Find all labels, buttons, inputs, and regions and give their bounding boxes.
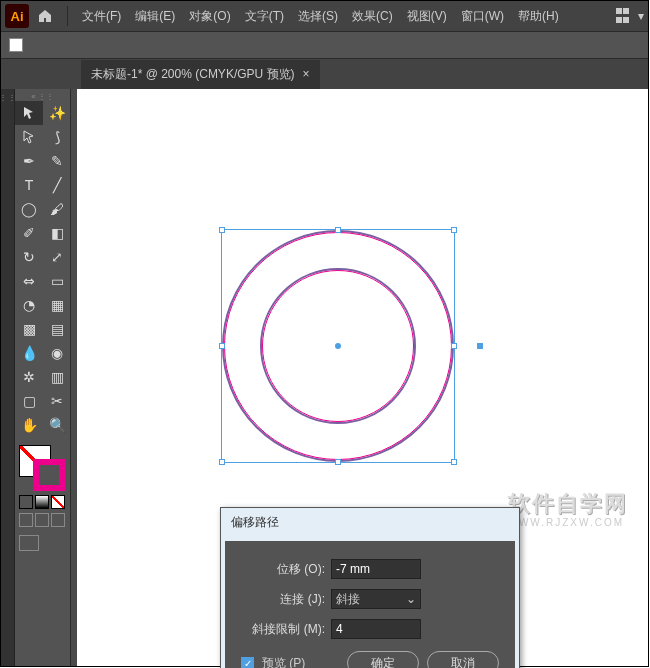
menu-select[interactable]: 选择(S): [292, 4, 344, 29]
draw-behind-icon[interactable]: [35, 513, 49, 527]
draw-inside-icon[interactable]: [51, 513, 65, 527]
gradient-swatch[interactable]: [35, 495, 49, 509]
free-transform-tool-icon[interactable]: ▭: [43, 269, 71, 293]
watermark-text: 软件自学网: [508, 489, 628, 519]
slice-tool-icon[interactable]: ✂: [43, 389, 71, 413]
symbol-sprayer-tool-icon[interactable]: ✲: [15, 365, 43, 389]
resize-handle[interactable]: [451, 227, 457, 233]
toolbox-handle-icon[interactable]: « ⋮⋮: [15, 91, 70, 101]
type-tool-icon[interactable]: T: [15, 173, 43, 197]
eraser-tool-icon[interactable]: ◧: [43, 221, 71, 245]
color-swatch[interactable]: [19, 495, 33, 509]
selection-bounds: [221, 229, 455, 463]
join-label: 连接 (J):: [241, 591, 325, 608]
column-graph-tool-icon[interactable]: ▥: [43, 365, 71, 389]
offset-input[interactable]: [331, 559, 421, 579]
resize-handle[interactable]: [219, 459, 225, 465]
shape-builder-tool-icon[interactable]: ◔: [15, 293, 43, 317]
workspace-switcher-icon[interactable]: [614, 6, 634, 26]
control-bar: [1, 31, 648, 59]
document-tabbar: 未标题-1* @ 200% (CMYK/GPU 预览) ×: [1, 59, 648, 89]
preview-label: 预览 (P): [262, 655, 305, 669]
menubar: Ai 文件(F) 编辑(E) 对象(O) 文字(T) 选择(S) 效果(C) 视…: [1, 1, 648, 31]
line-tool-icon[interactable]: ╱: [43, 173, 71, 197]
gradient-tool-icon[interactable]: ▤: [43, 317, 71, 341]
eyedropper-tool-icon[interactable]: 💧: [15, 341, 43, 365]
selection-tool-icon[interactable]: [15, 101, 43, 125]
chevron-down-icon[interactable]: ▾: [638, 9, 644, 23]
center-point-icon: [335, 343, 341, 349]
resize-handle[interactable]: [335, 227, 341, 233]
miter-label: 斜接限制 (M):: [241, 621, 325, 638]
close-icon[interactable]: ×: [303, 67, 310, 81]
panel-dock[interactable]: ⋮⋮: [1, 89, 15, 666]
menu-help[interactable]: 帮助(H): [512, 4, 565, 29]
color-mode-row: [15, 491, 70, 511]
direct-selection-tool-icon[interactable]: [15, 125, 43, 149]
blend-tool-icon[interactable]: ◉: [43, 341, 71, 365]
ok-button[interactable]: 确定: [347, 651, 419, 668]
fill-stroke-control[interactable]: [15, 443, 71, 491]
document-tab-title: 未标题-1* @ 200% (CMYK/GPU 预览): [91, 66, 295, 83]
hand-tool-icon[interactable]: ✋: [15, 413, 43, 437]
watermark-url: WWW.RJZXW.COM: [507, 517, 624, 528]
app-logo-icon: Ai: [5, 4, 29, 28]
resize-handle[interactable]: [219, 227, 225, 233]
menu-edit[interactable]: 编辑(E): [129, 4, 181, 29]
rotate-tool-icon[interactable]: ↻: [15, 245, 43, 269]
paintbrush-tool-icon[interactable]: 🖌: [43, 197, 71, 221]
pen-tool-icon[interactable]: ✒: [15, 149, 43, 173]
resize-handle[interactable]: [451, 459, 457, 465]
width-tool-icon[interactable]: ⇔: [15, 269, 43, 293]
menu-object[interactable]: 对象(O): [183, 4, 236, 29]
menu-file[interactable]: 文件(F): [76, 4, 127, 29]
join-select[interactable]: 斜接 ⌄: [331, 589, 421, 609]
anchor-point-icon[interactable]: [476, 342, 484, 350]
chevron-down-icon: ⌄: [406, 592, 416, 606]
document-tab[interactable]: 未标题-1* @ 200% (CMYK/GPU 预览) ×: [81, 60, 320, 89]
magic-wand-tool-icon[interactable]: ✨: [43, 101, 71, 125]
lasso-tool-icon[interactable]: ⟆: [43, 125, 71, 149]
curvature-tool-icon[interactable]: ✎: [43, 149, 71, 173]
preview-checkbox[interactable]: ✓: [241, 657, 254, 669]
toolbox: « ⋮⋮ ✨ ⟆ ✒ ✎ T ╱ ◯ 🖌 ✐ ◧ ↻ ⤢ ⇔ ▭ ◔ ▦ ▩: [15, 89, 71, 666]
canvas-area: 软件自学网 WWW.RJZXW.COM 偏移路径 位移 (O): 连接 (J):…: [71, 89, 648, 666]
zoom-tool-icon[interactable]: 🔍: [43, 413, 71, 437]
no-selection-icon: [9, 38, 23, 52]
ellipse-tool-icon[interactable]: ◯: [15, 197, 43, 221]
separator: [67, 6, 68, 26]
cancel-button[interactable]: 取消: [427, 651, 499, 668]
menu-effect[interactable]: 效果(C): [346, 4, 399, 29]
draw-modes: [15, 511, 70, 529]
mesh-tool-icon[interactable]: ▩: [15, 317, 43, 341]
stroke-swatch-icon[interactable]: [33, 459, 65, 491]
offset-path-dialog: 偏移路径 位移 (O): 连接 (J): 斜接 ⌄: [220, 507, 520, 668]
join-value: 斜接: [336, 591, 360, 608]
scale-tool-icon[interactable]: ⤢: [43, 245, 71, 269]
resize-handle[interactable]: [335, 459, 341, 465]
miter-input[interactable]: [331, 619, 421, 639]
home-icon[interactable]: [31, 2, 59, 30]
shaper-tool-icon[interactable]: ✐: [15, 221, 43, 245]
artboard-tool-icon[interactable]: ▢: [15, 389, 43, 413]
none-swatch[interactable]: [51, 495, 65, 509]
draw-normal-icon[interactable]: [19, 513, 33, 527]
menu-window[interactable]: 窗口(W): [455, 4, 510, 29]
resize-handle[interactable]: [451, 343, 457, 349]
perspective-grid-tool-icon[interactable]: ▦: [43, 293, 71, 317]
screen-mode-icon[interactable]: [19, 535, 39, 551]
dialog-title: 偏移路径: [221, 508, 519, 537]
artboard[interactable]: 软件自学网 WWW.RJZXW.COM 偏移路径 位移 (O): 连接 (J):…: [77, 89, 648, 666]
offset-label: 位移 (O):: [241, 561, 325, 578]
menu-view[interactable]: 视图(V): [401, 4, 453, 29]
menu-type[interactable]: 文字(T): [239, 4, 290, 29]
resize-handle[interactable]: [219, 343, 225, 349]
